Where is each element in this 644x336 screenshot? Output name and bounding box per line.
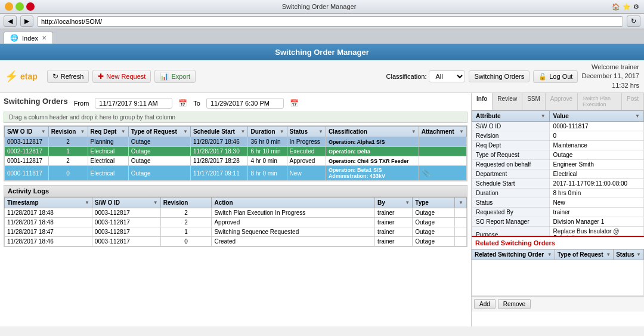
switching-orders-section: Switching Orders From 📅 To 📅 Drag a colu…: [4, 97, 467, 181]
col-action: Action: [212, 198, 375, 208]
welcome-line1: Welcome trainer: [581, 63, 639, 72]
activity-logs-header: Activity Logs: [4, 186, 467, 197]
filter-icon-attribute[interactable]: ▼: [541, 113, 546, 119]
classification-select[interactable]: All: [429, 70, 465, 82]
cell-by: trainer: [375, 208, 413, 218]
info-scroll[interactable]: Attribute ▼ Value ▼ S/W O ID0000-111817 …: [472, 110, 644, 236]
to-date-input[interactable]: [206, 98, 284, 109]
list-item[interactable]: 11/28/2017 18:48 0003-112817 2 Switch Pl…: [5, 208, 467, 218]
cell-reqdept: Electrical: [88, 166, 128, 181]
table-row[interactable]: 0002-112817 1 Electrical Outage 11/28/20…: [5, 147, 467, 156]
to-calendar-icon[interactable]: 📅: [290, 99, 299, 107]
back-button[interactable]: ◀: [4, 16, 17, 27]
activity-header-row: Timestamp ▼ S/W O ID ▼ Revision Action B…: [5, 198, 467, 208]
attr-label: Req Dept: [472, 141, 550, 150]
activity-logs-scroll[interactable]: Timestamp ▼ S/W O ID ▼ Revision Action B…: [4, 197, 467, 246]
filter-icon-swoid[interactable]: ▼: [41, 129, 46, 134]
switching-orders-table-scroll[interactable]: S/W O ID ▼ Revision ▼ Req Dept ▼ Type of…: [4, 125, 467, 181]
refresh-nav-button[interactable]: ↻: [627, 16, 640, 27]
filter-icon-attachment[interactable]: ▼: [459, 129, 464, 134]
tab-switch-plan[interactable]: Switch Plan Execution: [578, 93, 622, 110]
browser-tab[interactable]: 🌐 Index ✕: [4, 32, 53, 44]
switching-orders-button[interactable]: Switching Orders: [469, 70, 530, 82]
list-item[interactable]: 11/28/2017 18:46 0003-112817 0 Created t…: [5, 237, 467, 246]
tab-review[interactable]: Review: [493, 93, 522, 110]
attr-label: Schedule Start: [472, 179, 550, 189]
tab-icon: 🌐: [10, 34, 18, 42]
filter-icon-by[interactable]: ▼: [405, 200, 410, 205]
window-controls[interactable]: [5, 2, 35, 11]
related-switching-orders-header: Related Switching Orders: [472, 237, 644, 249]
list-item: PurposeReplace Bus Insulator @ Substatio…: [472, 227, 644, 236]
filter-icon-revision[interactable]: ▼: [80, 129, 85, 134]
cell-swoid-activity: 0003-112817: [92, 237, 160, 246]
logout-button[interactable]: 🔓 Log Out: [533, 70, 578, 83]
tab-info[interactable]: Info: [472, 93, 493, 110]
tab-close-icon[interactable]: ✕: [42, 35, 47, 41]
filter-icon-duration[interactable]: ▼: [280, 129, 284, 134]
related-table-container: Related Switching Order ▼ Type of Reques…: [472, 249, 644, 296]
filter-icon-related-status[interactable]: ▼: [636, 252, 641, 257]
col-related-type: Type of Request ▼: [555, 249, 614, 260]
app-header: Switching Order Manager: [0, 44, 644, 60]
remove-button[interactable]: Remove: [498, 299, 531, 309]
minimize-button[interactable]: [5, 2, 13, 11]
add-button[interactable]: Add: [474, 299, 496, 309]
tab-approve[interactable]: Approve: [546, 93, 578, 110]
filter-icon-typerequest[interactable]: ▼: [183, 129, 188, 134]
table-row[interactable]: 0001-112817 2 Electrical Outage 11/28/20…: [5, 156, 467, 166]
info-table: Attribute ▼ Value ▼ S/W O ID0000-111817 …: [472, 110, 644, 236]
filter-icon-reqdept[interactable]: ▼: [121, 129, 126, 134]
attr-label: Type of Request: [472, 150, 550, 160]
close-button[interactable]: [26, 2, 35, 11]
attr-label: Revision: [472, 131, 550, 141]
tab-post[interactable]: Post: [622, 93, 644, 110]
list-item[interactable]: 11/28/2017 18:48 0003-112817 2 Approved …: [5, 218, 467, 227]
filter-icon-related-type[interactable]: ▼: [606, 252, 611, 257]
new-request-button[interactable]: ✚ New Request: [92, 70, 151, 83]
cell-swoid: 0003-112817: [5, 137, 49, 147]
cell-typerequest: Outage: [128, 166, 190, 181]
logo-icon: ⚡: [5, 70, 18, 83]
cell-attachment: [419, 147, 466, 156]
cell-filler: [455, 227, 467, 237]
cell-timestamp: 11/28/2017 18:46: [5, 237, 92, 246]
filter-icon-related-order[interactable]: ▼: [547, 252, 552, 257]
filter-icon-value[interactable]: ▼: [635, 113, 640, 119]
col-duration: Duration ▼: [248, 127, 287, 137]
drag-hint: Drag a column header and drop it here to…: [4, 112, 467, 123]
cell-reqdept: Electrical: [88, 147, 128, 156]
forward-button[interactable]: ▶: [20, 16, 33, 27]
from-label: From: [74, 100, 89, 107]
home-icon[interactable]: 🏠: [612, 3, 620, 11]
filter-icon-swoid-activity[interactable]: ▼: [153, 200, 158, 205]
related-thead: Related Switching Order ▼ Type of Reques…: [472, 249, 644, 260]
cell-schedulestart: 11/17/2017 09:11: [190, 166, 248, 181]
switching-orders-tbody: 0003-112817 2 Planning Outage 11/28/2017…: [5, 137, 467, 181]
gear-icon[interactable]: ⚙: [633, 3, 639, 11]
app-toolbar: ⚡ etap ↻ Refresh ✚ New Request 📊 Export …: [0, 60, 644, 93]
cell-status: New: [287, 166, 326, 181]
filter-icon-filler[interactable]: ▼: [459, 200, 463, 205]
from-calendar-icon[interactable]: 📅: [178, 99, 187, 107]
list-item[interactable]: 11/28/2017 18:47 0003-112817 1 Switching…: [5, 227, 467, 237]
welcome-line3: 11:32 hrs: [581, 81, 639, 90]
table-row[interactable]: 0003-112817 2 Planning Outage 11/28/2017…: [5, 137, 467, 147]
filter-icon-timestamp[interactable]: ▼: [85, 200, 89, 205]
filter-icon-schedulestart[interactable]: ▼: [241, 129, 246, 134]
from-date-input[interactable]: [95, 98, 172, 109]
cell-type: Outage: [413, 237, 455, 246]
tab-ssm[interactable]: SSM: [522, 93, 546, 110]
filter-icon-status[interactable]: ▼: [318, 129, 323, 134]
table-row[interactable]: 0000-111817 0 Electrical Outage 11/17/20…: [5, 166, 467, 181]
export-button[interactable]: 📊 Export: [154, 70, 196, 83]
refresh-button[interactable]: ↻ Refresh: [47, 70, 89, 83]
maximize-button[interactable]: [16, 2, 24, 11]
address-bar[interactable]: [37, 16, 623, 27]
logo-text: etap: [20, 72, 38, 81]
star-icon[interactable]: ⭐: [623, 3, 631, 11]
cell-duration: 8 hr 0 min: [248, 166, 287, 181]
cell-attachment: 📎: [419, 166, 466, 181]
browser-titlebar: Switching Order Manager 🏠 ⭐ ⚙: [0, 0, 644, 14]
filter-icon-classification[interactable]: ▼: [411, 129, 416, 134]
